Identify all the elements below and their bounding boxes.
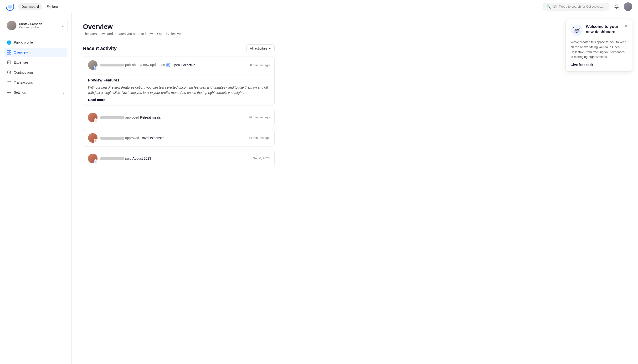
sidebar-navigation: 🌐 Public profile → Overview — [4, 38, 68, 97]
sidebar-item-contributions[interactable]: Contributions — [4, 68, 68, 77]
search-slash: / — [553, 5, 557, 8]
welcome-body-text: We've created this space for you to keep… — [570, 40, 627, 60]
svg-rect-3 — [9, 50, 11, 52]
activity-row-1: published a new update on C Open Collect… — [83, 56, 274, 74]
activity-target-4[interactable]: August 2023 — [132, 156, 151, 160]
sidebar: Gustav Larsson Personal profile ⌄ 🌐 Publ… — [0, 13, 72, 364]
svg-text:⚙: ⚙ — [95, 160, 96, 162]
svg-point-23 — [575, 29, 576, 30]
activity-body-title-1: Preview Features — [88, 75, 270, 82]
profile-sub: Personal profile — [19, 26, 59, 29]
welcome-header: Welcome to your new dashboard × — [570, 24, 627, 36]
activity-card-2: ⚙ approved Retreat meals 14 minutes ago — [83, 109, 275, 126]
logo[interactable] — [6, 2, 14, 11]
app-layout: Gustav Larsson Personal profile ⌄ 🌐 Publ… — [0, 13, 638, 364]
svg-point-12 — [95, 67, 96, 68]
welcome-close-button[interactable]: × — [625, 24, 627, 28]
activity-target-1[interactable]: C Open Collective — [166, 63, 195, 67]
blurred-username-4 — [100, 157, 124, 160]
topnav-right: 🔍 / Type / to search for Collectives... — [543, 2, 632, 11]
user-avatar[interactable] — [624, 2, 632, 11]
activity-badge-3: ⚙ — [94, 139, 98, 143]
target-label-1: Open Collective — [172, 63, 195, 67]
avatar-wrap-4: ⚙ — [88, 154, 98, 163]
collective-mini-logo: C — [166, 63, 170, 67]
sidebar-label-expenses: Expenses — [14, 60, 65, 64]
sidebar-label-overview: Overview — [14, 50, 65, 54]
activity-badge-1 — [94, 66, 98, 70]
sidebar-item-settings[interactable]: Settings ∨ — [4, 88, 68, 97]
avatar-wrap-1 — [88, 60, 98, 70]
welcome-title: Welcome to your new dashboard — [586, 24, 621, 34]
activity-time-4: Sep 6, 2023 — [253, 156, 270, 160]
svg-rect-5 — [9, 53, 11, 54]
read-more-link-1[interactable]: Read more — [88, 98, 105, 102]
search-icon: 🔍 — [546, 4, 551, 9]
activity-action-2: approved — [125, 116, 140, 119]
activity-target-3[interactable]: Travel expenses — [140, 136, 164, 140]
activity-time-3: 14 minutes ago — [248, 136, 270, 140]
globe-icon: 🌐 — [7, 40, 12, 45]
blurred-username-2 — [100, 116, 124, 119]
recent-activity-heading: Recent activity — [83, 46, 117, 51]
welcome-mascot-icon — [570, 24, 583, 36]
activity-card-1: published a new update on C Open Collect… — [83, 56, 275, 106]
arrow-right-icon: → — [62, 41, 65, 44]
profile-info: Gustav Larsson Personal profile — [19, 22, 59, 29]
activity-target-2[interactable]: Retreat meals — [140, 116, 161, 119]
profile-selector[interactable]: Gustav Larsson Personal profile ⌄ — [4, 18, 68, 33]
filter-label: All activities — [250, 46, 267, 50]
section-header: Recent activity All activities ∨ — [83, 44, 275, 52]
activity-body-text-1: With our new Preview Features option, yo… — [88, 85, 270, 96]
main-content: Overview The latest news and updates you… — [72, 13, 286, 364]
svg-rect-2 — [7, 50, 9, 52]
avatar-wrap-3: ⚙ — [88, 133, 98, 143]
activity-card-4: ⚙ paid August 2023 Sep 6, 2023 — [83, 150, 275, 167]
sidebar-item-overview[interactable]: Overview — [4, 48, 68, 57]
activity-content-4: paid August 2023 — [100, 156, 250, 160]
give-feedback-link[interactable]: Give feedback — [570, 63, 597, 67]
top-navigation: Dashboard Explore 🔍 / Type / to search f… — [0, 0, 638, 13]
notifications-button[interactable] — [612, 2, 621, 11]
activity-content-1: published a new update on C Open Collect… — [100, 63, 247, 68]
sidebar-label-settings: Settings — [14, 90, 60, 94]
explore-nav-button[interactable]: Explore — [43, 3, 61, 10]
page-subtitle: The latest news and updates you need to … — [83, 32, 275, 36]
activities-filter-button[interactable]: All activities ∨ — [246, 44, 275, 52]
sidebar-label-public-profile: Public profile — [14, 40, 59, 44]
search-bar[interactable]: 🔍 / Type / to search for Collectives... — [543, 2, 609, 10]
activity-content-3: approved Travel expenses — [100, 136, 246, 140]
activity-content-2: approved Retreat meals — [100, 116, 246, 119]
activity-time-2: 14 minutes ago — [248, 116, 270, 119]
blurred-username-3 — [100, 137, 124, 140]
sidebar-item-transactions[interactable]: Transactions — [4, 78, 68, 87]
activity-row-2: ⚙ approved Retreat meals 14 minutes ago — [83, 109, 274, 126]
transactions-icon — [7, 80, 12, 85]
activity-row-4: ⚙ paid August 2023 Sep 6, 2023 — [83, 150, 274, 167]
sidebar-item-expenses[interactable]: Expenses — [4, 58, 68, 67]
svg-text:⚙: ⚙ — [95, 140, 97, 142]
chevron-down-icon: ∨ — [62, 91, 65, 94]
chevron-updown-icon: ⌄ — [61, 23, 64, 28]
profile-name: Gustav Larsson — [19, 22, 59, 26]
avatar-wrap-2: ⚙ — [88, 113, 98, 122]
contributions-icon — [7, 70, 12, 75]
blurred-username-1 — [100, 64, 124, 66]
svg-rect-4 — [7, 53, 9, 54]
overview-icon — [7, 50, 12, 55]
sidebar-item-public-profile[interactable]: 🌐 Public profile → — [4, 38, 68, 47]
main-nav: Dashboard Explore — [18, 3, 543, 10]
svg-rect-6 — [8, 61, 11, 64]
activity-badge-4: ⚙ — [94, 159, 98, 163]
bell-icon — [614, 4, 619, 9]
activity-action-1: published a new update on — [125, 63, 166, 67]
svg-text:⚙: ⚙ — [95, 119, 97, 122]
activity-time-1: 8 minutes ago — [250, 63, 270, 67]
svg-point-24 — [577, 29, 578, 30]
svg-point-1 — [8, 5, 12, 8]
dashboard-nav-button[interactable]: Dashboard — [18, 3, 42, 10]
activity-badge-2: ⚙ — [94, 118, 98, 122]
search-placeholder-text: Type / to search for Collectives... — [559, 5, 604, 8]
activity-row-3: ⚙ approved Travel expenses 14 minutes ag… — [83, 129, 274, 146]
activity-action-3: approved — [125, 136, 140, 140]
